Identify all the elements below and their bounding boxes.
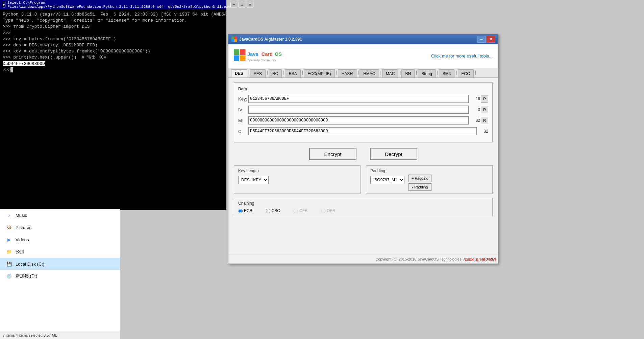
explorer-item-pictures[interactable]: 🖼 Pictures (0, 221, 120, 233)
tab-des[interactable]: DES (231, 69, 247, 77)
algmaster-header: Java Card OS Specialty Community Click m… (228, 44, 498, 68)
algmaster-footer: Copyright (C) 2015-2016 JavaCardOS Techn… (228, 254, 498, 264)
cmd-icon: ► (3, 2, 5, 7)
svg-text:Java: Java (247, 51, 258, 56)
tab-sep-2: | (266, 70, 269, 75)
public-label: 公用 (16, 249, 24, 255)
m-r-button[interactable]: R (481, 117, 488, 124)
options-row: Key Length DES-1KEY DES-2KEY DES-3KEY Pa… (234, 165, 493, 194)
pictures-icon: 🖼 (5, 224, 13, 231)
cmd-close[interactable]: ✕ (247, 2, 253, 7)
tab-rsa[interactable]: RSA (285, 69, 301, 77)
cmd-line-6: >>> des = DES.new(key, DES.MODE_ECB) (3, 42, 224, 48)
tab-sm4[interactable]: SM4 (439, 69, 455, 77)
iv-label: IV: (238, 107, 248, 112)
chaining-cbc[interactable]: CBC (266, 208, 280, 213)
iv-input[interactable] (248, 106, 469, 114)
plus-padding-button[interactable]: + Padding (408, 175, 431, 182)
decrypt-button[interactable]: Decrypt (370, 148, 417, 160)
cmd-minimize[interactable]: ─ (230, 2, 237, 7)
algmaster-close[interactable]: ✕ (487, 36, 495, 43)
tab-ecc-mplib[interactable]: ECC(MPLIB) (304, 69, 335, 77)
key-length-group: Key Length DES-1KEY DES-2KEY DES-3KEY (234, 165, 361, 194)
new-volume-label: 新加卷 (D:) (16, 273, 37, 279)
tab-aes[interactable]: AES (250, 69, 266, 77)
explorer-item-music[interactable]: ♪ Music (0, 209, 120, 221)
tab-hash[interactable]: HASH (338, 69, 356, 77)
cmd-line-1: Python 3.11.8 (tags/v3.11.8:db85d51, Feb… (3, 12, 224, 18)
chaining-group: Chaining ECB CBC CFB OFB (234, 198, 493, 216)
chaining-cbc-radio[interactable] (266, 209, 270, 213)
padding-title: Padding (370, 168, 404, 173)
tab-sep-7: | (380, 70, 382, 75)
tab-bar: DES | AES | RC | RSA | ECC(MPLIB) | HASH… (228, 68, 498, 78)
key-count: 16 (470, 96, 480, 101)
tab-mac[interactable]: MAC (382, 69, 399, 77)
key-length-select[interactable]: DES-1KEY DES-2KEY DES-3KEY (238, 176, 269, 184)
algmaster-content: Data Key: 16 R IV: 0 R M: 32 R (228, 78, 498, 264)
copyright-text: copyright (40, 18, 63, 23)
explorer-item-videos[interactable]: ▶ Videos (0, 233, 120, 246)
explorer-item-local-disk[interactable]: 💾 Local Disk (C:) (0, 258, 120, 270)
cmd-line-4: >>> (3, 30, 224, 36)
iv-row: IV: 0 R (238, 106, 488, 114)
chaining-title: Chaining (238, 201, 488, 206)
tab-sep-5: | (336, 70, 338, 75)
algmaster-titlebar: JavaCardOS AlgMaster 1.0.2.391 ─ ✕ (228, 34, 498, 44)
svg-rect-0 (231, 37, 234, 39)
chaining-options: ECB CBC CFB OFB (238, 208, 488, 213)
key-input[interactable] (248, 95, 469, 103)
tab-sep-1: | (248, 70, 250, 75)
useful-tools-link[interactable]: Click me for more useful tools... (431, 53, 493, 59)
data-section-title: Data (238, 87, 488, 91)
iv-r-button[interactable]: R (481, 106, 488, 113)
drive-c-icon: 💾 (5, 260, 13, 268)
drive-d-icon: 💿 (5, 272, 13, 280)
tab-string[interactable]: String (418, 69, 436, 77)
explorer-item-public[interactable]: 📁 公用 (0, 246, 120, 258)
tab-ecc[interactable]: ECC (458, 69, 474, 77)
logo-svg: Java Card OS Specialty Community (234, 48, 301, 65)
cmd-maximize[interactable]: □ (239, 2, 245, 7)
m-row: M: 32 R (238, 116, 488, 125)
action-buttons: Encrypt Decrypt (234, 148, 493, 160)
tab-sep-9: | (415, 70, 418, 75)
m-input[interactable] (248, 116, 469, 125)
local-disk-label: Local Disk (C:) (16, 262, 44, 267)
music-label: Music (16, 213, 27, 218)
music-icon: ♪ (5, 211, 13, 219)
c-input[interactable] (248, 127, 477, 135)
watermark: CSDN @小黄人软件 (465, 257, 497, 262)
m-count: 32 (470, 118, 480, 123)
tab-rc[interactable]: RC (269, 69, 282, 77)
videos-icon: ▶ (5, 236, 13, 243)
chaining-ecb-label: ECB (244, 208, 252, 213)
chaining-cbc-label: CBC (272, 208, 280, 213)
credits-text: credits (74, 18, 93, 23)
explorer-sidebar: ♪ Music 🖼 Pictures ▶ Videos 📁 公用 💾 Local… (0, 209, 120, 339)
chaining-ecb-radio[interactable] (238, 209, 243, 213)
svg-text:Card: Card (262, 51, 273, 56)
explorer-status-text: 7 items 4 items selected 3.57 MB (3, 333, 57, 337)
chaining-cfb-radio (294, 209, 298, 213)
key-row: Key: 16 R (238, 95, 488, 103)
algmaster-minimize[interactable]: ─ (477, 36, 486, 43)
chaining-cfb-label: CFB (299, 208, 307, 213)
c-count: 32 (478, 129, 488, 134)
videos-label: Videos (16, 237, 29, 242)
tab-hmac[interactable]: HMAC (360, 69, 379, 77)
tab-bn[interactable]: BN (401, 69, 415, 77)
svg-rect-3 (234, 39, 237, 42)
key-r-button[interactable]: R (481, 95, 488, 103)
cmd-prompt: >>> (3, 67, 224, 73)
svg-rect-6 (234, 55, 239, 61)
chaining-cfb: CFB (294, 208, 307, 213)
encrypt-button[interactable]: Encrypt (309, 148, 356, 160)
padding-select[interactable]: ISO9797_M1 ISO9797_M2 PKCS5 None (370, 176, 404, 184)
cmd-content[interactable]: Python 3.11.8 (tags/v3.11.8:db85d51, Feb… (0, 9, 226, 210)
minus-padding-button[interactable]: - Padding (408, 183, 431, 191)
padding-group: Padding ISO9797_M1 ISO9797_M2 PKCS5 None… (366, 165, 493, 194)
chaining-ecb[interactable]: ECB (238, 208, 252, 213)
algmaster-controls: ─ ✕ (477, 36, 495, 43)
explorer-item-new-volume[interactable]: 💿 新加卷 (D:) (0, 270, 120, 282)
